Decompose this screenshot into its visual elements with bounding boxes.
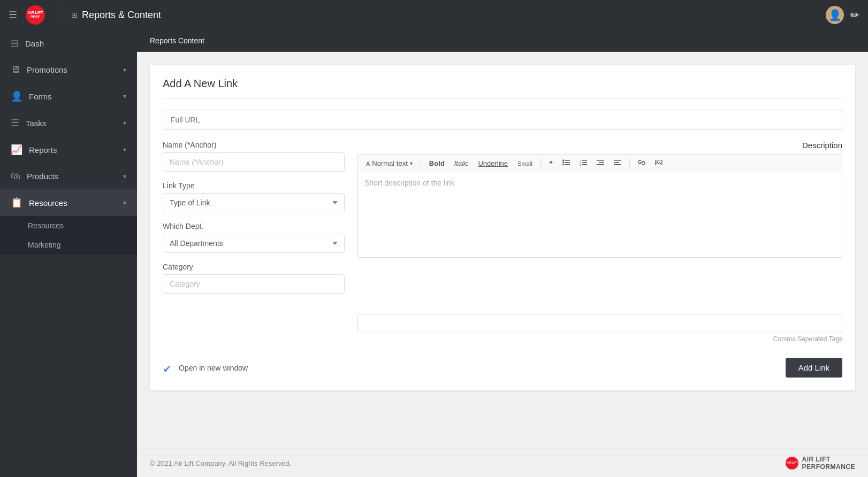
italic-btn[interactable]: Italic: [451, 158, 473, 169]
image-btn[interactable]: [651, 158, 666, 169]
tags-row: Comma Seperated Tags: [163, 314, 842, 343]
sidebar-submenu-marketing[interactable]: Marketing: [0, 235, 137, 255]
page-content: Add A New Link Name (*Anchor) Li: [137, 52, 868, 449]
footer-logo: AIR LIFT AIR LIFTPERFORMANCE: [786, 456, 855, 471]
svg-rect-7: [582, 162, 587, 163]
svg-rect-6: [582, 160, 587, 161]
sidebar-item-promotions[interactable]: 🖥 Promotions ▾: [0, 57, 137, 83]
page-footer: © 2021 Air Lift Company. All Rights Rese…: [137, 449, 868, 477]
open-new-window-label[interactable]: ✔ Open in new window: [163, 363, 248, 373]
name-group: Name (*Anchor): [163, 141, 345, 172]
link-btn[interactable]: [634, 158, 649, 169]
svg-rect-1: [565, 162, 570, 163]
svg-point-4: [562, 161, 564, 163]
quote-btn[interactable]: ❝: [545, 158, 557, 169]
grid-icon: ⊞: [71, 11, 78, 19]
card-title: Add A New Link: [163, 78, 842, 99]
promotions-arrow: ▾: [123, 66, 126, 74]
sidebar-item-dash[interactable]: ⊟ Dash: [0, 30, 137, 57]
add-link-button[interactable]: Add Link: [786, 358, 842, 378]
tags-input[interactable]: [357, 314, 842, 333]
breadcrumb: Reports Content: [137, 30, 868, 52]
dept-select[interactable]: All Departments Sales Engineering Market…: [163, 234, 345, 253]
svg-rect-12: [597, 160, 604, 161]
link-type-select[interactable]: Type of Link Internal External Document: [163, 193, 345, 212]
sidebar-item-resources[interactable]: 📋 Resources ▾: [0, 189, 137, 216]
sidebar-item-promotions-label: Promotions: [27, 65, 117, 74]
bold-btn[interactable]: Bold: [425, 158, 448, 169]
sidebar-item-products[interactable]: 🛍 Products ▾: [0, 163, 137, 189]
sidebar-item-tasks-label: Tasks: [26, 119, 117, 128]
sidebar-item-reports[interactable]: 📈 Reports ▾: [0, 136, 137, 163]
svg-point-5: [562, 164, 564, 165]
topbar-divider: [58, 5, 58, 25]
topbar-logo: AIR LIFTPERF: [26, 5, 45, 25]
forms-arrow: ▾: [123, 93, 126, 100]
footer-logo-badge: AIR LIFT: [786, 457, 798, 470]
topbar-title-text: Reports & Content: [82, 10, 161, 21]
svg-rect-2: [565, 164, 570, 165]
content-area: Reports Content Add A New Link Name (*An…: [137, 30, 868, 477]
topbar-right: 👤 ✏: [826, 6, 859, 24]
name-input[interactable]: [163, 152, 345, 172]
svg-rect-16: [614, 162, 619, 163]
category-input[interactable]: [163, 274, 345, 294]
sidebar-submenu-resources[interactable]: Resources: [0, 216, 137, 235]
svg-rect-0: [565, 160, 570, 161]
tasks-icon: ☰: [11, 117, 19, 129]
url-input[interactable]: [163, 110, 842, 130]
sidebar-item-forms-label: Forms: [29, 92, 117, 101]
list-ul-btn[interactable]: [559, 158, 574, 169]
edit-icon[interactable]: ✏: [850, 9, 859, 21]
indent-out-btn[interactable]: [610, 158, 625, 169]
sidebar-item-dash-label: Dash: [25, 39, 126, 48]
small-btn[interactable]: Small: [514, 159, 536, 168]
sidebar-item-tasks[interactable]: ☰ Tasks ▾: [0, 110, 137, 136]
resources-icon: 📋: [11, 197, 22, 209]
list-ol-btn[interactable]: 1. 2. 3.: [576, 158, 591, 169]
logo-badge: AIR LIFTPERF: [26, 5, 45, 25]
toolbar-sep-2: [540, 159, 541, 168]
products-icon: 🛍: [11, 171, 20, 182]
underline-btn[interactable]: Underline: [474, 158, 512, 169]
topbar: ☰ AIR LIFTPERF ⊞ Reports & Content 👤 ✏: [0, 0, 868, 30]
main-layout: ⊟ Dash 🖥 Promotions ▾ 👤 Forms ▾ ☰ Tasks …: [0, 30, 868, 477]
editor-placeholder: Short description of the link: [364, 179, 455, 187]
products-arrow: ▾: [123, 173, 126, 180]
text-format-icon: A: [366, 160, 370, 167]
text-format-arrow: ▾: [410, 160, 413, 166]
dept-group: Which Dept. All Departments Sales Engine…: [163, 222, 345, 253]
editor-toolbar: A Normal text ▾ Bold Italic Underline Sm…: [357, 154, 842, 172]
toolbar-sep-1: [421, 159, 421, 168]
checkmark-icon: ✔: [163, 363, 173, 373]
add-link-card: Add A New Link Name (*Anchor) Li: [150, 65, 855, 390]
text-format-btn[interactable]: A Normal text ▾: [362, 158, 416, 169]
open-new-window-text: Open in new window: [179, 364, 248, 372]
footer-logo-text: AIR LIFTPERFORMANCE: [802, 456, 855, 471]
tags-hint: Comma Seperated Tags: [773, 335, 842, 343]
toolbar-sep-3: [629, 159, 630, 168]
promotions-icon: 🖥: [11, 64, 20, 75]
avatar[interactable]: 👤: [826, 6, 844, 24]
name-label: Name (*Anchor): [163, 141, 345, 149]
sidebar-item-forms[interactable]: 👤 Forms ▾: [0, 83, 137, 110]
reports-icon: 📈: [11, 144, 22, 156]
reports-arrow: ▾: [123, 146, 126, 153]
resources-arrow: ▾: [123, 199, 126, 206]
link-type-group: Link Type Type of Link Internal External…: [163, 181, 345, 212]
form-columns: Name (*Anchor) Link Type Type of Link In…: [163, 141, 842, 303]
indent-in-btn[interactable]: [593, 158, 608, 169]
editor-body[interactable]: Short description of the link: [357, 172, 842, 258]
menu-icon[interactable]: ☰: [9, 9, 17, 21]
tags-right: Comma Seperated Tags: [357, 314, 842, 343]
svg-rect-13: [599, 162, 604, 163]
svg-rect-17: [614, 164, 621, 165]
tasks-arrow: ▾: [123, 119, 126, 127]
dept-label: Which Dept.: [163, 222, 345, 230]
svg-text:3.: 3.: [580, 164, 581, 166]
category-group: Category: [163, 263, 345, 294]
dash-icon: ⊟: [11, 37, 19, 49]
topbar-title: ⊞ Reports & Content: [71, 10, 161, 21]
description-label: Description: [357, 141, 842, 150]
resources-submenu: Resources Marketing: [0, 216, 137, 255]
